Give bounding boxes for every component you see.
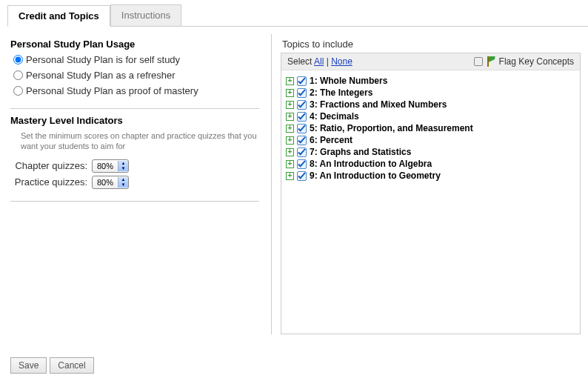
topic-label: 9: An Introduction to Geometry (310, 170, 441, 181)
topic-item[interactable]: +3: Fractions and Mixed Numbers (286, 99, 575, 110)
topic-label: 6: Percent (310, 135, 353, 145)
topic-label: 5: Ratio, Proportion, and Measurement (310, 123, 473, 133)
expand-icon[interactable]: + (286, 101, 294, 109)
select-all-link[interactable]: All (314, 56, 324, 67)
usage-option-mastery[interactable]: Personal Study Plan as proof of mastery (13, 85, 259, 96)
stepper-icon: ▲▼ (118, 161, 128, 171)
topic-item[interactable]: +8: An Introduction to Algebra (286, 158, 575, 170)
topic-item[interactable]: +9: An Introduction to Geometry (286, 170, 575, 182)
chapter-quizzes-select[interactable]: 80% ▲▼ (92, 159, 129, 173)
select-label: Select (287, 56, 312, 67)
usage-label-self-study: Personal Study Plan is for self study (26, 54, 180, 65)
topic-checkbox[interactable] (297, 124, 307, 133)
section-divider (10, 201, 259, 202)
chapter-quizzes-row: Chapter quizzes: 80% ▲▼ (10, 159, 259, 173)
tab-credit-topics[interactable]: Credit and Topics (7, 5, 110, 27)
topic-list: +1: Whole Numbers+2: The Integers+3: Fra… (281, 70, 580, 186)
save-button[interactable]: Save (10, 357, 47, 374)
tab-bar: Credit and Topics Instructions (7, 0, 588, 27)
topic-item[interactable]: +5: Ratio, Proportion, and Measurement (286, 122, 575, 134)
practice-quizzes-label: Practice quizzes: (10, 176, 92, 188)
practice-quizzes-value: 80% (93, 178, 118, 187)
topics-toolbar: Select All | None Flag Key Concepts (281, 53, 580, 70)
usage-radio-mastery[interactable] (13, 86, 23, 96)
usage-label-mastery: Personal Study Plan as proof of mastery (26, 85, 198, 96)
flag-checkbox[interactable] (474, 57, 483, 66)
chapter-quizzes-label: Chapter quizzes: (10, 160, 92, 171)
topic-item[interactable]: +4: Decimals (286, 110, 575, 122)
usage-option-refresher[interactable]: Personal Study Plan as a refresher (13, 70, 259, 81)
topic-label: 1: Whole Numbers (310, 76, 387, 86)
mastery-heading: Mastery Level Indicators (10, 115, 259, 126)
topic-item[interactable]: +7: Graphs and Statistics (286, 146, 575, 158)
expand-icon[interactable]: + (286, 77, 294, 85)
topic-label: 4: Decimals (310, 111, 359, 122)
topics-heading: Topics to include (282, 39, 581, 50)
expand-icon[interactable]: + (286, 172, 294, 180)
usage-heading: Personal Study Plan Usage (10, 39, 259, 50)
topic-label: 3: Fractions and Mixed Numbers (310, 99, 447, 110)
footer-buttons: Save Cancel (10, 357, 94, 374)
expand-icon[interactable]: + (286, 148, 294, 156)
topic-item[interactable]: +1: Whole Numbers (286, 75, 575, 87)
vertical-divider (271, 34, 272, 334)
section-divider (10, 108, 259, 109)
topic-label: 7: Graphs and Statistics (310, 147, 411, 157)
topic-checkbox[interactable] (297, 112, 307, 122)
usage-option-self-study[interactable]: Personal Study Plan is for self study (13, 54, 259, 65)
select-none-link[interactable]: None (331, 56, 353, 67)
expand-icon[interactable]: + (286, 136, 294, 145)
topic-checkbox[interactable] (297, 171, 307, 181)
usage-radio-self-study[interactable] (13, 55, 23, 64)
tab-instructions[interactable]: Instructions (110, 4, 181, 26)
usage-label-refresher: Personal Study Plan as a refresher (26, 70, 176, 81)
topic-checkbox[interactable] (297, 148, 307, 157)
expand-icon[interactable]: + (286, 125, 294, 133)
topic-item[interactable]: +2: The Integers (286, 87, 575, 99)
topic-checkbox[interactable] (297, 100, 307, 110)
topics-panel: Select All | None Flag Key Concepts +1: … (281, 53, 581, 334)
topic-checkbox[interactable] (297, 136, 307, 145)
flag-label: Flag Key Concepts (499, 56, 574, 67)
flag-key-concepts[interactable]: Flag Key Concepts (474, 56, 574, 67)
expand-icon[interactable]: + (286, 160, 294, 168)
expand-icon[interactable]: + (286, 89, 294, 97)
mastery-note: Set the minimum scores on chapter and pr… (21, 130, 259, 152)
topic-checkbox[interactable] (297, 88, 307, 98)
stepper-icon: ▲▼ (118, 177, 128, 188)
topic-item[interactable]: +6: Percent (286, 134, 575, 146)
topic-checkbox[interactable] (297, 76, 307, 86)
chapter-quizzes-value: 80% (93, 162, 118, 170)
expand-icon[interactable]: + (286, 113, 294, 121)
topic-label: 8: An Introduction to Algebra (310, 159, 432, 169)
topic-checkbox[interactable] (297, 159, 307, 169)
topic-label: 2: The Integers (310, 87, 372, 98)
usage-radio-refresher[interactable] (13, 70, 23, 80)
practice-quizzes-select[interactable]: 80% ▲▼ (92, 176, 129, 189)
flag-icon (486, 56, 496, 67)
cancel-button[interactable]: Cancel (50, 357, 93, 374)
practice-quizzes-row: Practice quizzes: 80% ▲▼ (10, 176, 259, 189)
